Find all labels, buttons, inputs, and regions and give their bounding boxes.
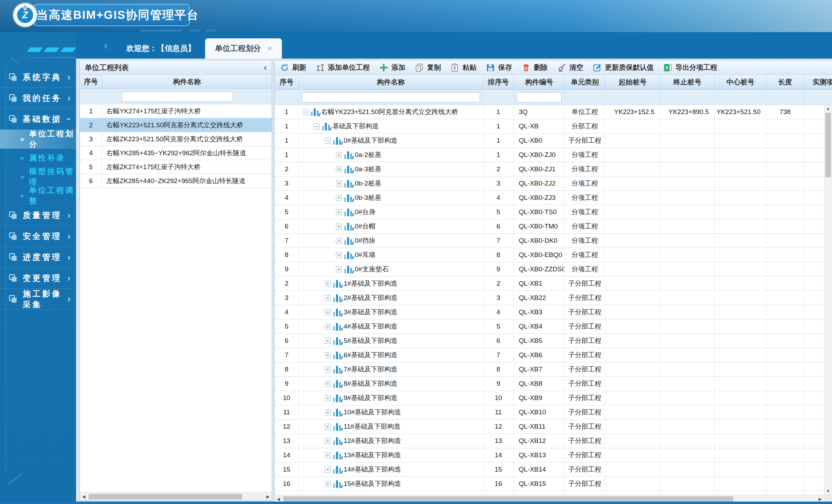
table-row-17[interactable]: 6+5#基础及下部构造6QL-XB5子分部工程 <box>275 334 832 348</box>
expand-node-icon[interactable]: + <box>325 309 331 315</box>
toolbar-button-2[interactable]: 添加 <box>379 63 405 72</box>
expand-node-icon[interactable]: + <box>325 324 331 330</box>
expand-node-icon[interactable]: + <box>325 438 331 444</box>
table-row-22[interactable]: 11+10#基础及下部构造11QL-XB10子分部工程 <box>275 405 832 420</box>
scroll-down-icon[interactable]: ▼ <box>824 488 832 495</box>
collapse-node-icon[interactable]: − <box>314 123 320 129</box>
code-filter-input[interactable] <box>517 92 562 103</box>
name-filter-input[interactable] <box>302 92 480 103</box>
table-row-8[interactable]: 5+0#台身5QL-XB0-TS0分项工程 <box>275 205 832 219</box>
table-row-6[interactable]: 3+0b-2桩基3QL-XB0-ZJ2分项工程 <box>275 176 832 191</box>
table-row-12[interactable]: 9+0#支座垫石9QL-XB0-ZZDS0分项工程 <box>275 262 832 277</box>
table-row-9[interactable]: 6+0#台帽6QL-XB0-TM0分项工程 <box>275 219 832 234</box>
column-header-9[interactable]: 实测项目数 <box>804 75 832 89</box>
expand-node-icon[interactable]: + <box>336 252 342 258</box>
sidebar-item-7[interactable]: 质量管理› <box>0 205 76 226</box>
table-row-11[interactable]: 8+0#耳墙8QL-XB0-EBQ0分项工程 <box>275 248 832 262</box>
expand-node-icon[interactable]: + <box>336 166 342 172</box>
table-row-4[interactable]: 1+0a-2桩基1QL-XB0-ZJ0分项工程 <box>275 148 832 162</box>
toolbar-button-9[interactable]: X导出分项工程 <box>663 63 717 72</box>
scrollbar-thumb[interactable] <box>283 496 733 502</box>
table-row-15[interactable]: 4+3#基础及下部构造4QL-XB3子分部工程 <box>275 305 832 319</box>
expand-node-icon[interactable]: + <box>325 295 331 301</box>
table-row-16[interactable]: 5+4#基础及下部构造5QL-XB4子分部工程 <box>275 319 832 334</box>
unit-project-row-6[interactable]: 6左幅ZK285+440~ZK292+965阿尔金山特长隧道 <box>80 174 272 188</box>
expand-node-icon[interactable]: + <box>336 152 342 158</box>
column-header-5[interactable]: 起始桩号 <box>605 75 660 89</box>
toolbar-button-4[interactable]: 粘贴 <box>450 63 477 72</box>
expand-node-icon[interactable]: + <box>325 409 331 415</box>
scroll-left-icon[interactable]: ◀ <box>275 497 282 502</box>
tab-item-0[interactable]: 欢迎您：【信息员】 <box>117 38 205 59</box>
scroll-up-icon[interactable]: ▲ <box>824 105 832 112</box>
expand-node-icon[interactable]: + <box>325 352 331 358</box>
expand-node-icon[interactable]: + <box>336 238 342 244</box>
expand-node-icon[interactable]: + <box>325 452 331 458</box>
table-row-27[interactable]: 16+15#基础及下部构造16QL-XB15子分部工程 <box>275 477 832 491</box>
table-row-3[interactable]: 1−0#基础及下部构造1QL-XB0子分部工程 <box>275 134 832 148</box>
expand-node-icon[interactable]: + <box>325 395 331 401</box>
collapse-panel-icon[interactable]: ‹ <box>264 62 267 73</box>
left-name-filter-input[interactable] <box>122 91 233 102</box>
scroll-right-icon[interactable]: ▶ <box>264 494 272 499</box>
sidebar-item-10[interactable]: 变更管理› <box>0 268 76 289</box>
table-row-10[interactable]: 7+0#挡块7QL-XB0-DK0分项工程 <box>275 234 832 248</box>
expand-node-icon[interactable]: + <box>336 224 342 230</box>
scrollbar-thumb[interactable] <box>825 113 831 177</box>
expand-node-icon[interactable]: + <box>336 195 342 201</box>
sidebar-item-1[interactable]: 我的任务› <box>0 88 76 109</box>
column-header-7[interactable]: 中心桩号 <box>715 75 766 89</box>
column-header-1[interactable]: 构件名称 <box>299 75 483 89</box>
table-row-21[interactable]: 10+9#基础及下部构造10QL-XB9子分部工程 <box>275 391 832 405</box>
tab-close-icon[interactable]: × <box>267 44 272 53</box>
sidebar-item-11[interactable]: 施工影像采集› <box>0 289 76 310</box>
unit-project-row-5[interactable]: 5左幅ZK274+175红崖子沟特大桥 <box>80 160 272 174</box>
unit-project-row-4[interactable]: 4右幅YK285+435~YK292+962阿尔金山特长隧道 <box>80 146 272 160</box>
sidebar-subitem-4[interactable]: »属性补录 <box>0 149 76 167</box>
table-row-18[interactable]: 7+6#基础及下部构造7QL-XB6子分部工程 <box>275 348 832 362</box>
toolbar-button-8[interactable]: 更新质保默认值 <box>593 63 654 72</box>
table-row-13[interactable]: 2+1#基础及下部构造2QL-XB1子分部工程 <box>275 277 832 291</box>
table-row-2[interactable]: 1−基础及下部构造1QL-XB分部工程 <box>275 119 832 134</box>
table-row-26[interactable]: 15+14#基础及下部构造15QL-XB14子分部工程 <box>275 462 832 477</box>
table-row-5[interactable]: 2+0a-3桩基2QL-XB0-ZJ1分项工程 <box>275 162 832 176</box>
table-row-19[interactable]: 8+7#基础及下部构造8QL-XB7子分部工程 <box>275 362 832 377</box>
column-header-6[interactable]: 终止桩号 <box>660 75 715 89</box>
expand-node-icon[interactable]: + <box>336 209 342 215</box>
collapse-node-icon[interactable]: − <box>302 109 308 115</box>
toolbar-button-1[interactable]: 添加单位工程 <box>316 63 370 72</box>
table-row-23[interactable]: 12+11#基础及下部构造12QL-XB11子分部工程 <box>275 420 832 434</box>
table-row-24[interactable]: 13+12#基础及下部构造13QL-XB12子分部工程 <box>275 434 832 448</box>
tab-active-1[interactable]: 单位工程划分× <box>205 38 282 59</box>
expand-node-icon[interactable]: + <box>325 424 331 430</box>
expand-node-icon[interactable]: + <box>325 381 331 387</box>
sidebar-item-8[interactable]: 安全管理› <box>0 226 76 247</box>
sidebar-subitem-5[interactable]: »模型挂码管理 <box>0 167 76 186</box>
column-header-2[interactable]: 排序号 <box>483 75 514 89</box>
collapse-node-icon[interactable]: − <box>325 138 331 144</box>
column-header-0[interactable]: 序号 <box>275 75 299 89</box>
scroll-right-icon[interactable]: ▶ <box>816 497 824 502</box>
expand-node-icon[interactable]: + <box>325 338 331 344</box>
sidebar-item-9[interactable]: 进度管理› <box>0 247 76 268</box>
vertical-scrollbar[interactable]: ▲ ▼ <box>824 105 832 495</box>
expand-node-icon[interactable]: + <box>325 281 331 287</box>
table-row-25[interactable]: 14+13#基础及下部构造14QL-XB13子分部工程 <box>275 448 832 462</box>
expand-node-icon[interactable]: + <box>325 467 331 473</box>
column-header-8[interactable]: 长度 <box>766 75 804 89</box>
sidebar-item-2[interactable]: 基础数据› <box>0 109 76 130</box>
table-row-14[interactable]: 3+2#基础及下部构造3QL-XB22子分部工程 <box>275 291 832 305</box>
toolbar-button-0[interactable]: 刷新 <box>280 63 306 72</box>
scrollbar-thumb[interactable] <box>89 494 242 499</box>
table-row-1[interactable]: 1−右幅YK223+521.50阿克塞分离式立交跨线大桥13Q单位工程YK223… <box>275 105 832 119</box>
table-row-20[interactable]: 9+8#基础及下部构造9QL-XB8子分部工程 <box>275 377 832 391</box>
toolbar-button-7[interactable]: 清空 <box>557 63 583 72</box>
scroll-left-icon[interactable]: ◀ <box>80 494 88 499</box>
tabs-back-chevron-icon[interactable]: ‹ <box>104 38 108 52</box>
toolbar-button-6[interactable]: 删除 <box>522 63 548 72</box>
unit-project-row-1[interactable]: 1右幅YK274+175红崖子沟特大桥 <box>80 104 272 118</box>
toolbar-button-5[interactable]: 保存 <box>486 63 512 72</box>
sidebar-item-0[interactable]: 系统字典› <box>0 67 76 88</box>
left-horizontal-scrollbar[interactable]: ◀ ▶ <box>80 492 272 501</box>
table-row-7[interactable]: 4+0b-3桩基4QL-XB0-ZJ3分项工程 <box>275 191 832 205</box>
